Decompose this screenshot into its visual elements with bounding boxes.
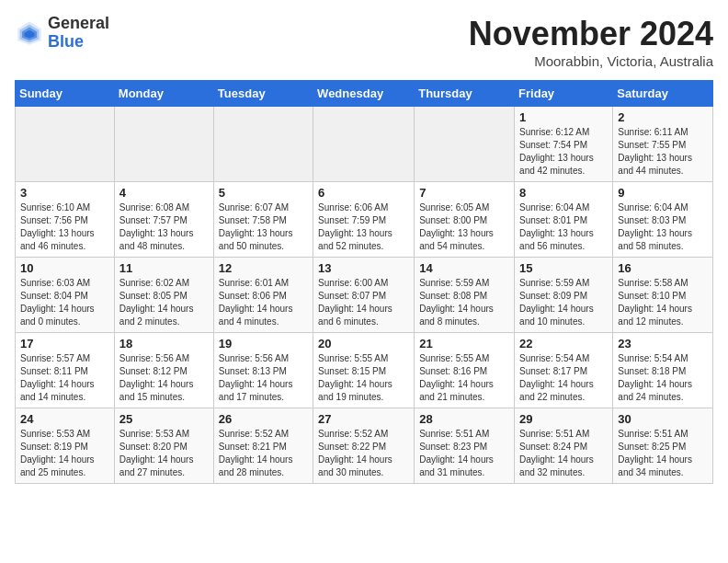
- calendar-cell: 6Sunrise: 6:06 AM Sunset: 7:59 PM Daylig…: [313, 182, 415, 258]
- day-detail: Sunrise: 6:10 AM Sunset: 7:56 PM Dayligh…: [20, 201, 109, 253]
- day-number: 16: [618, 261, 708, 275]
- calendar-cell: [313, 107, 415, 182]
- day-detail: Sunrise: 5:55 AM Sunset: 8:16 PM Dayligh…: [419, 352, 509, 404]
- day-number: 17: [20, 337, 109, 350]
- day-number: 21: [419, 337, 509, 350]
- day-number: 10: [20, 261, 109, 275]
- day-number: 13: [318, 261, 409, 275]
- calendar-cell: [114, 107, 213, 182]
- calendar-cell: 4Sunrise: 6:08 AM Sunset: 7:57 PM Daylig…: [114, 182, 213, 258]
- calendar-cell: 25Sunrise: 5:53 AM Sunset: 8:20 PM Dayli…: [114, 408, 213, 484]
- day-number: 2: [618, 110, 708, 124]
- day-detail: Sunrise: 6:04 AM Sunset: 8:01 PM Dayligh…: [519, 201, 608, 253]
- day-detail: Sunrise: 6:01 AM Sunset: 8:06 PM Dayligh…: [219, 277, 308, 328]
- calendar-cell: [415, 107, 515, 182]
- day-number: 14: [419, 261, 509, 275]
- calendar-cell: 24Sunrise: 5:53 AM Sunset: 8:19 PM Dayli…: [16, 408, 115, 484]
- calendar-cell: 11Sunrise: 6:02 AM Sunset: 8:05 PM Dayli…: [114, 258, 213, 333]
- logo-blue: Blue: [48, 32, 84, 51]
- day-number: 28: [419, 412, 509, 426]
- calendar-cell: 16Sunrise: 5:58 AM Sunset: 8:10 PM Dayli…: [613, 258, 713, 333]
- calendar-week-5: 24Sunrise: 5:53 AM Sunset: 8:19 PM Dayli…: [16, 408, 713, 484]
- day-number: 11: [119, 261, 209, 275]
- day-detail: Sunrise: 6:04 AM Sunset: 8:03 PM Dayligh…: [618, 201, 708, 253]
- calendar-week-4: 17Sunrise: 5:57 AM Sunset: 8:11 PM Dayli…: [16, 333, 713, 408]
- calendar-cell: 22Sunrise: 5:54 AM Sunset: 8:17 PM Dayli…: [515, 333, 613, 408]
- day-number: 30: [618, 412, 708, 426]
- logo: General Blue: [15, 15, 109, 52]
- day-detail: Sunrise: 5:51 AM Sunset: 8:24 PM Dayligh…: [519, 428, 608, 479]
- day-number: 6: [318, 186, 409, 200]
- day-detail: Sunrise: 6:12 AM Sunset: 7:54 PM Dayligh…: [519, 126, 608, 178]
- calendar-cell: 30Sunrise: 5:51 AM Sunset: 8:25 PM Dayli…: [613, 408, 713, 484]
- weekday-row: SundayMondayTuesdayWednesdayThursdayFrid…: [16, 81, 713, 107]
- calendar-cell: 10Sunrise: 6:03 AM Sunset: 8:04 PM Dayli…: [16, 258, 115, 333]
- day-number: 22: [519, 337, 608, 350]
- day-detail: Sunrise: 6:07 AM Sunset: 7:58 PM Dayligh…: [219, 201, 308, 253]
- logo-general: General: [48, 14, 109, 32]
- calendar-cell: 23Sunrise: 5:54 AM Sunset: 8:18 PM Dayli…: [613, 333, 713, 408]
- day-detail: Sunrise: 5:59 AM Sunset: 8:08 PM Dayligh…: [419, 277, 509, 328]
- calendar-cell: 27Sunrise: 5:52 AM Sunset: 8:22 PM Dayli…: [313, 408, 415, 484]
- calendar-cell: 7Sunrise: 6:05 AM Sunset: 8:00 PM Daylig…: [415, 182, 515, 258]
- calendar-cell: 28Sunrise: 5:51 AM Sunset: 8:23 PM Dayli…: [415, 408, 515, 484]
- day-detail: Sunrise: 5:58 AM Sunset: 8:10 PM Dayligh…: [618, 277, 708, 328]
- day-number: 12: [219, 261, 308, 275]
- day-number: 3: [20, 186, 109, 200]
- day-detail: Sunrise: 5:54 AM Sunset: 8:17 PM Dayligh…: [519, 352, 608, 404]
- calendar-cell: [213, 107, 313, 182]
- day-detail: Sunrise: 6:03 AM Sunset: 8:04 PM Dayligh…: [20, 277, 109, 328]
- day-detail: Sunrise: 5:53 AM Sunset: 8:19 PM Dayligh…: [20, 428, 109, 479]
- day-detail: Sunrise: 6:00 AM Sunset: 8:07 PM Dayligh…: [318, 277, 409, 328]
- day-number: 18: [119, 337, 209, 350]
- day-detail: Sunrise: 6:08 AM Sunset: 7:57 PM Dayligh…: [119, 201, 209, 253]
- weekday-header-tuesday: Tuesday: [213, 81, 313, 107]
- day-number: 5: [219, 186, 308, 200]
- calendar-week-3: 10Sunrise: 6:03 AM Sunset: 8:04 PM Dayli…: [16, 258, 713, 333]
- calendar-cell: 18Sunrise: 5:56 AM Sunset: 8:12 PM Dayli…: [114, 333, 213, 408]
- day-detail: Sunrise: 5:52 AM Sunset: 8:22 PM Dayligh…: [318, 428, 409, 479]
- day-detail: Sunrise: 6:11 AM Sunset: 7:55 PM Dayligh…: [618, 126, 708, 178]
- day-detail: Sunrise: 5:52 AM Sunset: 8:21 PM Dayligh…: [219, 428, 308, 479]
- calendar-cell: 12Sunrise: 6:01 AM Sunset: 8:06 PM Dayli…: [213, 258, 313, 333]
- calendar-cell: 3Sunrise: 6:10 AM Sunset: 7:56 PM Daylig…: [16, 182, 115, 258]
- calendar-cell: 19Sunrise: 5:56 AM Sunset: 8:13 PM Dayli…: [213, 333, 313, 408]
- day-detail: Sunrise: 5:56 AM Sunset: 8:13 PM Dayligh…: [219, 352, 308, 404]
- day-number: 4: [119, 186, 209, 200]
- day-number: 9: [618, 186, 708, 200]
- calendar-cell: 21Sunrise: 5:55 AM Sunset: 8:16 PM Dayli…: [415, 333, 515, 408]
- day-detail: Sunrise: 5:57 AM Sunset: 8:11 PM Dayligh…: [20, 352, 109, 404]
- calendar-cell: 15Sunrise: 5:59 AM Sunset: 8:09 PM Dayli…: [515, 258, 613, 333]
- weekday-header-monday: Monday: [114, 81, 213, 107]
- calendar-cell: 8Sunrise: 6:04 AM Sunset: 8:01 PM Daylig…: [515, 182, 613, 258]
- day-number: 20: [318, 337, 409, 350]
- day-detail: Sunrise: 6:02 AM Sunset: 8:05 PM Dayligh…: [119, 277, 209, 328]
- day-detail: Sunrise: 5:59 AM Sunset: 8:09 PM Dayligh…: [519, 277, 608, 328]
- day-detail: Sunrise: 5:53 AM Sunset: 8:20 PM Dayligh…: [119, 428, 209, 479]
- day-detail: Sunrise: 6:05 AM Sunset: 8:00 PM Dayligh…: [419, 201, 509, 253]
- calendar-cell: 2Sunrise: 6:11 AM Sunset: 7:55 PM Daylig…: [613, 107, 713, 182]
- calendar-cell: 14Sunrise: 5:59 AM Sunset: 8:08 PM Dayli…: [415, 258, 515, 333]
- day-number: 8: [519, 186, 608, 200]
- day-number: 26: [219, 412, 308, 426]
- calendar-cell: 26Sunrise: 5:52 AM Sunset: 8:21 PM Dayli…: [213, 408, 313, 484]
- calendar-cell: 13Sunrise: 6:00 AM Sunset: 8:07 PM Dayli…: [313, 258, 415, 333]
- weekday-header-wednesday: Wednesday: [313, 81, 415, 107]
- logo-icon: [15, 18, 44, 48]
- month-title: November 2024: [469, 15, 713, 53]
- calendar-cell: 17Sunrise: 5:57 AM Sunset: 8:11 PM Dayli…: [16, 333, 115, 408]
- weekday-header-friday: Friday: [515, 81, 613, 107]
- day-number: 24: [20, 412, 109, 426]
- weekday-header-saturday: Saturday: [613, 81, 713, 107]
- day-detail: Sunrise: 5:54 AM Sunset: 8:18 PM Dayligh…: [618, 352, 708, 404]
- weekday-header-sunday: Sunday: [16, 81, 115, 107]
- calendar-header: SundayMondayTuesdayWednesdayThursdayFrid…: [16, 81, 713, 107]
- calendar-cell: 9Sunrise: 6:04 AM Sunset: 8:03 PM Daylig…: [613, 182, 713, 258]
- calendar-body: 1Sunrise: 6:12 AM Sunset: 7:54 PM Daylig…: [16, 107, 713, 484]
- day-number: 23: [618, 337, 708, 350]
- calendar-week-2: 3Sunrise: 6:10 AM Sunset: 7:56 PM Daylig…: [16, 182, 713, 258]
- calendar-week-1: 1Sunrise: 6:12 AM Sunset: 7:54 PM Daylig…: [16, 107, 713, 182]
- day-number: 15: [519, 261, 608, 275]
- day-number: 7: [419, 186, 509, 200]
- day-number: 29: [519, 412, 608, 426]
